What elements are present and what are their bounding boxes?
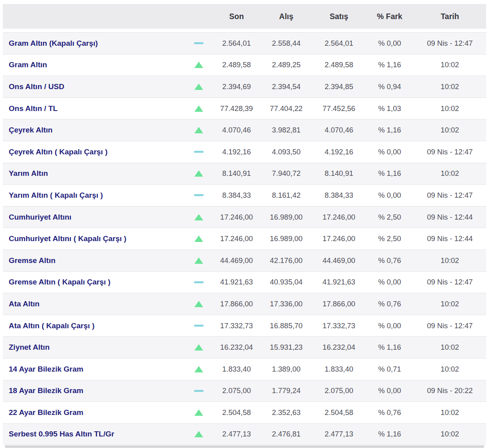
table-row[interactable]: Gremse Altın ( Kapalı Çarşı ) 41.921,63 …: [3, 271, 486, 293]
instrument-name-link[interactable]: Cumhuriyet Altını: [3, 213, 185, 222]
instrument-name-link[interactable]: Gremse Altın: [3, 256, 185, 265]
table-row[interactable]: Gram Altın 2.489,58 2.489,25 2.489,58 % …: [3, 54, 486, 76]
satis-value: 2.489,58: [312, 60, 366, 69]
table-row[interactable]: Ata Altın 17.866,00 17.336,00 17.866,00 …: [3, 293, 486, 315]
trend-cell: [185, 84, 213, 90]
tarih-value: 10:02: [413, 365, 486, 374]
tarih-value: 09 Nis - 12:47: [413, 148, 486, 156]
table-row[interactable]: Cumhuriyet Altını ( Kapalı Çarşı ) 17.24…: [3, 228, 486, 249]
table-row[interactable]: Cumhuriyet Altını 17.246,00 16.989,00 17…: [3, 206, 486, 228]
fark-value: % 0,94: [366, 82, 413, 91]
alis-value: 1.779,24: [260, 386, 312, 395]
satis-value: 1.833,40: [312, 365, 366, 374]
son-value: 16.232,04: [213, 343, 260, 352]
instrument-name-link[interactable]: Gremse Altın ( Kapalı Çarşı ): [3, 278, 185, 286]
satis-value: 16.232,04: [312, 343, 366, 352]
instrument-name-link[interactable]: Ata Altın: [3, 300, 185, 308]
table-row[interactable]: 22 Ayar Bilezik Gram 2.504,58 2.352,63 2…: [3, 401, 486, 423]
instrument-name-link[interactable]: Çeyrek Altın: [3, 126, 185, 134]
table-row[interactable]: 18 Ayar Bilezik Gram 2.075,00 1.779,24 2…: [3, 380, 486, 402]
instrument-name-link[interactable]: Çeyrek Altın ( Kapalı Çarşı ): [3, 148, 185, 156]
instrument-name-link[interactable]: Serbest 0.995 Has Altın TL/Gr: [3, 430, 185, 438]
satis-value: 8.384,33: [312, 191, 366, 200]
instrument-name-link[interactable]: Ons Altın / TL: [3, 104, 185, 113]
tarih-value: 09 Nis - 12:44: [413, 234, 486, 243]
alis-value: 2.352,63: [260, 408, 312, 417]
instrument-name-link[interactable]: Ata Altın ( Kapalı Çarşı ): [3, 321, 185, 330]
header-son: Son: [213, 12, 260, 21]
instrument-name-link[interactable]: Gram Altın: [3, 60, 185, 69]
alis-value: 17.336,00: [260, 300, 312, 308]
instrument-name-link[interactable]: Yarım Altın: [3, 169, 185, 178]
up-triangle-icon: [194, 127, 203, 133]
up-triangle-icon: [194, 105, 203, 112]
instrument-name-link[interactable]: Cumhuriyet Altını ( Kapalı Çarşı ): [3, 234, 185, 243]
table-row[interactable]: Ata Altın ( Kapalı Çarşı ) 17.332,73 16.…: [3, 315, 486, 337]
instrument-name-link[interactable]: Gram Altın (Kapalı Çarşı): [3, 39, 185, 48]
alis-value: 16.989,00: [260, 213, 312, 222]
satis-value: 2.504,58: [312, 408, 366, 417]
instrument-name-link[interactable]: 14 Ayar Bilezik Gram: [3, 365, 185, 374]
fark-value: % 0,00: [366, 321, 413, 330]
trend-cell: [185, 301, 213, 307]
table-row[interactable]: Çeyrek Altın 4.070,46 3.982,81 4.070,46 …: [3, 119, 486, 141]
table-row[interactable]: Gremse Altın 44.469,00 42.176,00 44.469,…: [3, 249, 486, 271]
son-value: 2.489,58: [213, 60, 260, 69]
table-header-row: Son Alış Satış % Fark Tarih: [3, 4, 486, 29]
tarih-value: 09 Nis - 20:22: [413, 386, 486, 395]
tarih-value: 10:02: [413, 60, 486, 69]
no-change-dash-icon: [194, 42, 204, 44]
son-value: 2.075,00: [213, 386, 260, 395]
fark-value: % 0,00: [366, 278, 413, 286]
son-value: 2.564,01: [213, 39, 260, 48]
tarih-value: 09 Nis - 12:44: [413, 213, 486, 222]
son-value: 8.140,91: [213, 169, 260, 178]
satis-value: 2.394,85: [312, 82, 366, 91]
satis-value: 4.192,16: [312, 148, 366, 156]
no-change-dash-icon: [194, 390, 204, 392]
trend-cell: [185, 281, 213, 283]
table-row[interactable]: 14 Ayar Bilezik Gram 1.833,40 1.389,00 1…: [3, 358, 486, 380]
instrument-name-link[interactable]: Ziynet Altın: [3, 343, 185, 352]
table-row[interactable]: Ons Altın / USD 2.394,69 2.394,54 2.394,…: [3, 76, 486, 97]
alis-value: 2.489,25: [260, 60, 312, 69]
alis-value: 8.161,42: [260, 191, 312, 200]
son-value: 4.192,16: [213, 148, 260, 156]
trend-cell: [185, 257, 213, 264]
satis-value: 2.477,13: [312, 430, 366, 438]
table-row[interactable]: Yarım Altın ( Kapalı Çarşı ) 8.384,33 8.…: [3, 184, 486, 206]
alis-value: 16.885,70: [260, 321, 312, 330]
alis-value: 2.394,54: [260, 82, 312, 91]
instrument-name-link[interactable]: Yarım Altın ( Kapalı Çarşı ): [3, 191, 185, 200]
header-fark: % Fark: [366, 12, 413, 21]
satis-value: 44.469,00: [312, 256, 366, 265]
son-value: 17.246,00: [213, 234, 260, 243]
up-triangle-icon: [194, 431, 203, 437]
table-row[interactable]: Ons Altın / TL 77.428,39 77.404,22 77.45…: [3, 97, 486, 119]
fark-value: % 1,16: [366, 126, 413, 134]
alis-value: 15.931,23: [260, 343, 312, 352]
satis-value: 17.332,73: [312, 321, 366, 330]
table-row[interactable]: Ziynet Altın 16.232,04 15.931,23 16.232,…: [3, 336, 486, 358]
table-row[interactable]: Yarım Altın 8.140,91 7.940,72 8.140,91 %…: [3, 163, 486, 185]
up-triangle-icon: [194, 257, 203, 264]
tarih-value: 09 Nis - 12:47: [413, 39, 486, 48]
instrument-name-link[interactable]: 18 Ayar Bilezik Gram: [3, 386, 185, 395]
table-row[interactable]: Çeyrek Altın ( Kapalı Çarşı ) 4.192,16 4…: [3, 141, 486, 163]
bottom-scroll-strip: [5, 445, 484, 448]
alis-value: 40.935,04: [260, 278, 312, 286]
instrument-name-link[interactable]: 22 Ayar Bilezik Gram: [3, 408, 185, 417]
trend-cell: [185, 151, 213, 153]
satis-value: 2.075,00: [312, 386, 366, 395]
satis-value: 17.866,00: [312, 300, 366, 308]
no-change-dash-icon: [194, 281, 204, 283]
instrument-name-link[interactable]: Ons Altın / USD: [3, 82, 185, 91]
no-change-dash-icon: [194, 151, 204, 153]
fark-value: % 0,76: [366, 300, 413, 308]
trend-cell: [185, 325, 213, 327]
up-triangle-icon: [194, 409, 203, 416]
table-row[interactable]: Gram Altın (Kapalı Çarşı) 2.564,01 2.558…: [3, 32, 486, 54]
trend-cell: [185, 194, 213, 196]
fark-value: % 1,16: [366, 430, 413, 438]
table-row[interactable]: Serbest 0.995 Has Altın TL/Gr 2.477,13 2…: [3, 423, 486, 445]
